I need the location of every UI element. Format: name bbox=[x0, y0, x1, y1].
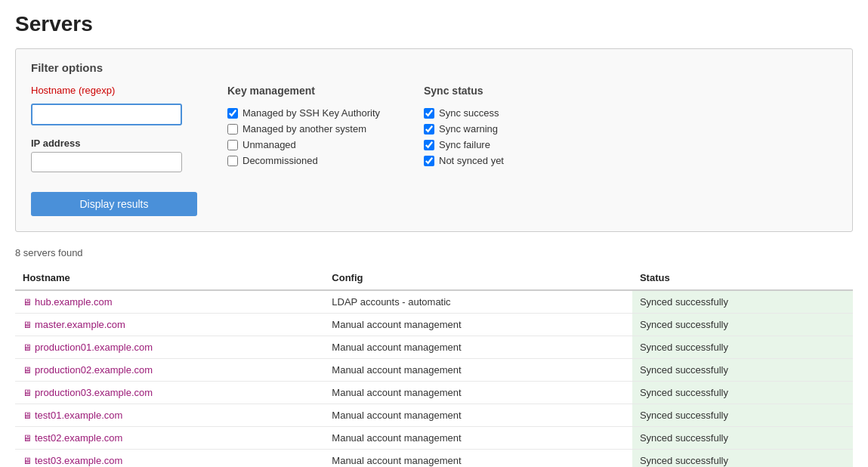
filter-title: Filter options bbox=[31, 61, 837, 74]
hostname-regexp: (regexp) bbox=[79, 85, 115, 96]
sync-status-label-3: Not synced yet bbox=[439, 155, 504, 166]
col-hostname: Hostname bbox=[15, 266, 324, 290]
hostname-cell: 🖥production03.example.com bbox=[15, 382, 324, 404]
ip-input[interactable] bbox=[31, 152, 182, 172]
sync-status-item-2: Sync failure bbox=[424, 139, 575, 150]
sync-status-title: Sync status bbox=[424, 85, 575, 97]
key-management-options: Managed by SSH Key AuthorityManaged by a… bbox=[227, 107, 394, 166]
hostname-cell: 🖥production01.example.com bbox=[15, 336, 324, 359]
config-cell: LDAP accounts - automatic bbox=[324, 290, 632, 314]
server-icon: 🖥 bbox=[23, 320, 32, 330]
config-cell: Manual account management bbox=[324, 314, 632, 336]
key-management-item-1: Managed by another system bbox=[227, 123, 394, 135]
table-row: 🖥production03.example.comManual account … bbox=[15, 382, 853, 404]
key-management-checkbox-3[interactable] bbox=[227, 156, 238, 166]
status-cell: Synced successfully bbox=[632, 450, 853, 468]
server-icon: 🖥 bbox=[23, 297, 32, 308]
sync-status-checkbox-1[interactable] bbox=[424, 124, 434, 135]
server-icon: 🖥 bbox=[23, 410, 32, 421]
sync-status-checkbox-0[interactable] bbox=[424, 108, 434, 119]
table-row: 🖥master.example.comManual account manage… bbox=[15, 314, 853, 336]
config-cell: Manual account management bbox=[324, 336, 632, 359]
status-cell: Synced successfully bbox=[632, 290, 853, 314]
sync-status-label-1: Sync warning bbox=[439, 123, 498, 135]
key-management-checkbox-0[interactable] bbox=[227, 108, 238, 119]
status-cell: Synced successfully bbox=[632, 359, 853, 382]
config-cell: Manual account management bbox=[324, 427, 632, 450]
hostname-cell: 🖥test01.example.com bbox=[15, 404, 324, 427]
server-link[interactable]: production02.example.com bbox=[35, 364, 153, 376]
results-count: 8 servers found bbox=[15, 247, 853, 258]
key-management-checkbox-1[interactable] bbox=[227, 124, 238, 135]
key-management-label-2: Unmanaged bbox=[242, 139, 296, 150]
config-cell: Manual account management bbox=[324, 382, 632, 404]
key-management-label-3: Decommissioned bbox=[242, 155, 318, 166]
table-row: 🖥test03.example.comManual account manage… bbox=[15, 450, 853, 468]
config-cell: Manual account management bbox=[324, 359, 632, 382]
hostname-cell: 🖥test02.example.com bbox=[15, 427, 324, 450]
server-link[interactable]: production03.example.com bbox=[35, 387, 153, 398]
config-cell: Manual account management bbox=[324, 450, 632, 468]
servers-table: Hostname Config Status 🖥hub.example.comL… bbox=[15, 266, 853, 467]
ip-label: IP address bbox=[31, 138, 197, 149]
server-link[interactable]: test03.example.com bbox=[35, 455, 122, 466]
filter-panel: Filter options Hostname (regexp) IP addr… bbox=[15, 48, 853, 232]
key-management-title: Key management bbox=[227, 85, 394, 97]
table-row: 🖥hub.example.comLDAP accounts - automati… bbox=[15, 290, 853, 314]
hostname-input[interactable] bbox=[31, 104, 182, 125]
sync-status-item-3: Not synced yet bbox=[424, 155, 575, 166]
server-icon: 🖥 bbox=[23, 388, 32, 398]
status-cell: Synced successfully bbox=[632, 314, 853, 336]
key-management-item-0: Managed by SSH Key Authority bbox=[227, 107, 394, 119]
server-link[interactable]: master.example.com bbox=[35, 319, 125, 330]
server-icon: 🖥 bbox=[23, 456, 32, 466]
table-row: 🖥test02.example.comManual account manage… bbox=[15, 427, 853, 450]
server-icon: 🖥 bbox=[23, 365, 32, 376]
config-cell: Manual account management bbox=[324, 404, 632, 427]
server-link[interactable]: test02.example.com bbox=[35, 432, 122, 444]
display-results-button[interactable]: Display results bbox=[31, 192, 197, 216]
table-row: 🖥production01.example.comManual account … bbox=[15, 336, 853, 359]
server-link[interactable]: test01.example.com bbox=[35, 410, 122, 421]
server-link[interactable]: hub.example.com bbox=[35, 296, 113, 308]
key-management-item-3: Decommissioned bbox=[227, 155, 394, 166]
hostname-cell: 🖥hub.example.com bbox=[15, 290, 324, 314]
key-management-checkbox-2[interactable] bbox=[227, 140, 238, 150]
server-icon: 🖥 bbox=[23, 342, 32, 353]
hostname-cell: 🖥master.example.com bbox=[15, 314, 324, 336]
sync-status-label-2: Sync failure bbox=[439, 139, 490, 150]
col-config: Config bbox=[324, 266, 632, 290]
sync-status-checkbox-3[interactable] bbox=[424, 156, 434, 166]
col-status: Status bbox=[632, 266, 853, 290]
status-cell: Synced successfully bbox=[632, 382, 853, 404]
page-title: Servers bbox=[15, 12, 853, 36]
hostname-cell: 🖥test03.example.com bbox=[15, 450, 324, 468]
hostname-label: Hostname (regexp) bbox=[31, 85, 197, 96]
sync-status-checkbox-2[interactable] bbox=[424, 140, 434, 150]
status-cell: Synced successfully bbox=[632, 404, 853, 427]
servers-tbody: 🖥hub.example.comLDAP accounts - automati… bbox=[15, 290, 853, 467]
sync-status-item-1: Sync warning bbox=[424, 123, 575, 135]
status-cell: Synced successfully bbox=[632, 427, 853, 450]
table-row: 🖥production02.example.comManual account … bbox=[15, 359, 853, 382]
sync-status-options: Sync successSync warningSync failureNot … bbox=[424, 107, 575, 166]
server-icon: 🖥 bbox=[23, 433, 32, 444]
key-management-label-0: Managed by SSH Key Authority bbox=[242, 107, 380, 119]
sync-status-label-0: Sync success bbox=[439, 107, 499, 119]
sync-status-item-0: Sync success bbox=[424, 107, 575, 119]
key-management-label-1: Managed by another system bbox=[242, 123, 366, 135]
server-link[interactable]: production01.example.com bbox=[35, 342, 153, 353]
hostname-cell: 🖥production02.example.com bbox=[15, 359, 324, 382]
key-management-item-2: Unmanaged bbox=[227, 139, 394, 150]
status-cell: Synced successfully bbox=[632, 336, 853, 359]
table-row: 🖥test01.example.comManual account manage… bbox=[15, 404, 853, 427]
